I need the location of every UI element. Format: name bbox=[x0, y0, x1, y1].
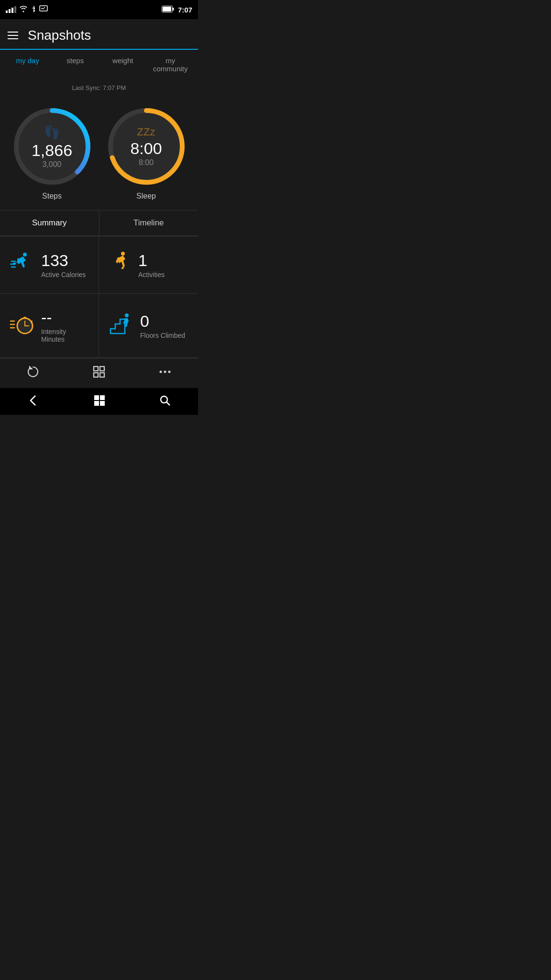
floors-climbed-cell: 0 Floors Climbed bbox=[99, 294, 198, 358]
svg-rect-17 bbox=[23, 317, 26, 319]
running-orange-icon bbox=[109, 251, 131, 279]
tab-my-community[interactable]: my community bbox=[147, 50, 195, 79]
stairs-icon bbox=[109, 312, 132, 340]
more-button[interactable] bbox=[158, 365, 172, 381]
summary-grid: 133 Active Calories 1 Activities bbox=[0, 236, 198, 358]
floors-label: Floors Climbed bbox=[140, 332, 185, 339]
active-calories-value: 133 bbox=[41, 251, 86, 270]
svg-point-21 bbox=[125, 313, 129, 317]
sleep-label: Sleep bbox=[136, 192, 156, 200]
svg-point-8 bbox=[23, 253, 27, 256]
tab-timeline[interactable]: Timeline bbox=[99, 211, 198, 235]
svg-rect-30 bbox=[100, 395, 105, 400]
activities-value: 1 bbox=[138, 251, 165, 270]
timer-icon bbox=[10, 312, 33, 340]
svg-rect-25 bbox=[100, 373, 104, 377]
activities-cell: 1 Activities bbox=[99, 236, 198, 294]
floors-value: 0 bbox=[140, 312, 185, 331]
main-tabs: my day steps weight my community bbox=[0, 50, 198, 79]
wifi-icon bbox=[19, 6, 28, 14]
svg-rect-2 bbox=[163, 7, 171, 11]
sleep-goal: 8:00 bbox=[139, 158, 154, 167]
section-tabs: Summary Timeline bbox=[0, 210, 198, 236]
svg-point-26 bbox=[160, 371, 162, 373]
signal-icon bbox=[6, 6, 16, 13]
system-nav bbox=[0, 388, 198, 415]
bottom-nav bbox=[0, 358, 198, 388]
steps-icon: 👣 bbox=[44, 124, 60, 140]
svg-point-12 bbox=[121, 252, 125, 256]
home-button[interactable] bbox=[93, 394, 106, 409]
sleep-circle: ZZz 8:00 8:00 bbox=[106, 106, 187, 187]
sync-status: Last Sync: 7:07 PM bbox=[0, 79, 198, 96]
steps-circle-container: 👣 1,866 3,000 Steps bbox=[11, 106, 93, 200]
svg-rect-22 bbox=[94, 367, 98, 371]
active-calories-label: Active Calories bbox=[41, 271, 86, 278]
steps-value: 1,866 bbox=[32, 142, 72, 158]
svg-point-27 bbox=[164, 371, 166, 373]
bluetooth-icon bbox=[31, 5, 36, 14]
message-icon bbox=[39, 5, 48, 14]
back-button[interactable] bbox=[27, 394, 40, 410]
steps-goal: 3,000 bbox=[42, 160, 61, 169]
status-time-battery: 7:07 bbox=[162, 6, 192, 14]
tab-steps[interactable]: steps bbox=[52, 50, 99, 79]
hamburger-menu-button[interactable] bbox=[8, 32, 18, 39]
intensity-minutes-cell: -- Intensity Minutes bbox=[0, 294, 99, 358]
svg-rect-24 bbox=[94, 373, 98, 377]
sleep-icon: ZZz bbox=[137, 126, 155, 138]
intensity-value: -- bbox=[41, 308, 89, 327]
activities-label: Activities bbox=[138, 271, 165, 278]
svg-rect-23 bbox=[100, 367, 104, 371]
running-blue-icon bbox=[10, 251, 33, 279]
circles-section: 👣 1,866 3,000 Steps ZZz 8:00 8:00 Sleep bbox=[0, 96, 198, 205]
status-bar: 7:07 bbox=[0, 0, 198, 19]
sleep-circle-container: ZZz 8:00 8:00 Sleep bbox=[106, 106, 187, 200]
grid-button[interactable] bbox=[92, 365, 106, 381]
intensity-label: Intensity Minutes bbox=[41, 328, 89, 343]
tab-my-day[interactable]: my day bbox=[4, 50, 52, 79]
app-header: Snapshots bbox=[0, 19, 198, 50]
steps-label: Steps bbox=[42, 192, 62, 200]
page-title: Snapshots bbox=[28, 28, 91, 43]
svg-rect-31 bbox=[94, 401, 99, 406]
search-button[interactable] bbox=[159, 394, 171, 409]
svg-rect-18 bbox=[31, 321, 33, 323]
battery-icon bbox=[162, 6, 174, 14]
svg-rect-29 bbox=[94, 395, 99, 400]
svg-point-33 bbox=[161, 396, 167, 403]
sleep-value: 8:00 bbox=[130, 140, 162, 156]
refresh-button[interactable] bbox=[26, 365, 40, 381]
time-display: 7:07 bbox=[178, 6, 192, 14]
steps-circle: 👣 1,866 3,000 bbox=[11, 106, 93, 187]
svg-rect-32 bbox=[100, 401, 105, 406]
status-icons bbox=[6, 5, 48, 14]
svg-point-28 bbox=[168, 371, 171, 373]
tab-summary[interactable]: Summary bbox=[0, 211, 99, 235]
tab-weight[interactable]: weight bbox=[99, 50, 147, 79]
svg-line-34 bbox=[166, 402, 170, 405]
svg-rect-3 bbox=[173, 8, 174, 11]
active-calories-cell: 133 Active Calories bbox=[0, 236, 99, 294]
